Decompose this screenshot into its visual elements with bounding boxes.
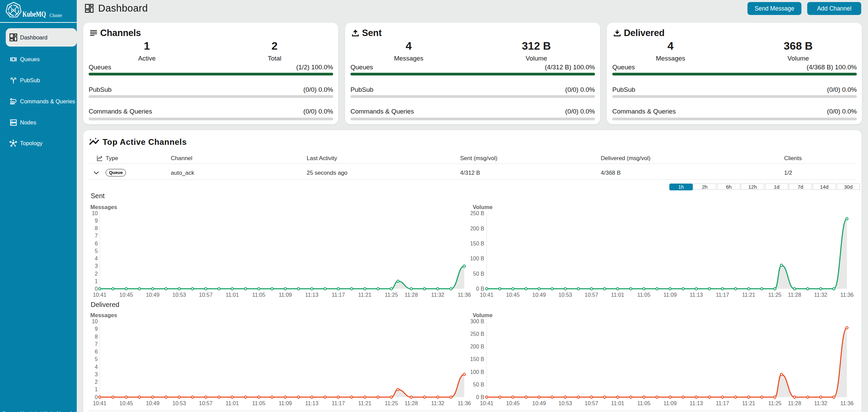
svg-text:300 B: 300 B xyxy=(471,319,484,324)
svg-text:0 B: 0 B xyxy=(476,394,484,400)
svg-text:10:49: 10:49 xyxy=(532,400,546,406)
svg-text:10:53: 10:53 xyxy=(558,400,572,406)
svg-text:11:01: 11:01 xyxy=(611,292,624,298)
svg-text:150 B: 150 B xyxy=(471,241,484,246)
svg-text:5: 5 xyxy=(95,248,98,254)
svg-text:11:25: 11:25 xyxy=(385,400,398,406)
svg-text:150 B: 150 B xyxy=(471,356,484,362)
svg-text:11:28: 11:28 xyxy=(405,400,418,406)
svg-text:11:17: 11:17 xyxy=(332,400,345,406)
svg-text:1: 1 xyxy=(95,387,98,392)
svg-text:2: 2 xyxy=(95,379,98,385)
svg-text:11:17: 11:17 xyxy=(716,400,729,406)
svg-text:11:09: 11:09 xyxy=(279,400,292,406)
svg-text:10:57: 10:57 xyxy=(585,292,598,298)
svg-text:3: 3 xyxy=(95,372,98,377)
svg-text:11:25: 11:25 xyxy=(768,400,781,406)
svg-text:10:49: 10:49 xyxy=(532,292,546,298)
svg-text:250 B: 250 B xyxy=(471,331,484,337)
svg-text:10: 10 xyxy=(92,210,98,216)
svg-text:11:09: 11:09 xyxy=(279,292,292,298)
svg-text:11:25: 11:25 xyxy=(385,292,398,298)
svg-text:4: 4 xyxy=(95,256,98,261)
svg-text:10: 10 xyxy=(92,319,98,324)
svg-text:11:36: 11:36 xyxy=(458,292,471,298)
svg-text:3: 3 xyxy=(95,263,98,269)
svg-text:6: 6 xyxy=(95,241,98,246)
svg-text:11:21: 11:21 xyxy=(742,400,755,406)
svg-text:10:53: 10:53 xyxy=(173,292,186,298)
svg-text:10:41: 10:41 xyxy=(93,400,106,406)
svg-text:11:01: 11:01 xyxy=(611,400,624,406)
svg-text:10:45: 10:45 xyxy=(506,400,520,406)
svg-text:11:13: 11:13 xyxy=(690,400,703,406)
svg-text:50 B: 50 B xyxy=(473,271,484,277)
svg-text:100 B: 100 B xyxy=(471,256,484,261)
svg-text:0 B: 0 B xyxy=(476,286,484,292)
svg-text:11:01: 11:01 xyxy=(225,292,239,298)
svg-text:10:45: 10:45 xyxy=(120,292,133,298)
svg-text:11:28: 11:28 xyxy=(788,400,801,406)
svg-text:5: 5 xyxy=(95,356,98,362)
svg-text:4: 4 xyxy=(95,364,98,370)
svg-text:1: 1 xyxy=(95,278,98,284)
svg-text:10:57: 10:57 xyxy=(199,400,213,406)
svg-text:7: 7 xyxy=(95,341,98,347)
svg-text:11:36: 11:36 xyxy=(840,292,854,298)
svg-text:11:05: 11:05 xyxy=(252,292,266,298)
svg-text:100 B: 100 B xyxy=(471,369,484,375)
svg-text:10:45: 10:45 xyxy=(120,400,133,406)
svg-text:11:32: 11:32 xyxy=(431,292,445,298)
svg-text:11:28: 11:28 xyxy=(405,292,418,298)
svg-text:10:57: 10:57 xyxy=(199,292,213,298)
svg-text:250 B: 250 B xyxy=(471,210,484,216)
svg-text:11:25: 11:25 xyxy=(768,292,781,298)
svg-text:11:32: 11:32 xyxy=(814,292,827,298)
svg-text:200 B: 200 B xyxy=(471,226,484,231)
svg-text:7: 7 xyxy=(95,233,98,239)
svg-text:10:41: 10:41 xyxy=(93,292,106,298)
svg-text:11:28: 11:28 xyxy=(788,292,801,298)
svg-text:11:21: 11:21 xyxy=(358,292,372,298)
svg-text:10:41: 10:41 xyxy=(480,400,493,406)
svg-text:11:05: 11:05 xyxy=(637,400,651,406)
svg-text:11:09: 11:09 xyxy=(664,400,677,406)
svg-text:11:32: 11:32 xyxy=(814,400,827,406)
svg-text:11:09: 11:09 xyxy=(664,292,677,298)
svg-text:11:05: 11:05 xyxy=(637,292,651,298)
svg-text:10:53: 10:53 xyxy=(173,400,186,406)
svg-text:11:21: 11:21 xyxy=(742,292,755,298)
svg-text:11:05: 11:05 xyxy=(252,400,266,406)
svg-text:9: 9 xyxy=(95,326,98,332)
svg-text:11:21: 11:21 xyxy=(358,400,372,406)
svg-text:2: 2 xyxy=(95,271,98,277)
svg-text:10:49: 10:49 xyxy=(146,292,160,298)
svg-text:11:17: 11:17 xyxy=(332,292,345,298)
svg-text:200 B: 200 B xyxy=(471,344,484,349)
svg-text:9: 9 xyxy=(95,218,98,224)
svg-text:11:32: 11:32 xyxy=(431,400,445,406)
svg-text:10:49: 10:49 xyxy=(146,400,160,406)
svg-text:8: 8 xyxy=(95,334,98,340)
svg-text:6: 6 xyxy=(95,349,98,355)
svg-text:11:01: 11:01 xyxy=(225,400,239,406)
svg-text:11:13: 11:13 xyxy=(690,292,703,298)
svg-text:11:13: 11:13 xyxy=(305,400,319,406)
svg-text:0: 0 xyxy=(95,286,98,292)
svg-text:0: 0 xyxy=(95,394,98,400)
svg-text:11:13: 11:13 xyxy=(305,292,319,298)
svg-text:11:36: 11:36 xyxy=(458,400,471,406)
svg-text:50 B: 50 B xyxy=(473,382,484,388)
svg-text:11:17: 11:17 xyxy=(716,292,729,298)
svg-text:11:36: 11:36 xyxy=(840,400,854,406)
svg-text:10:53: 10:53 xyxy=(558,292,572,298)
svg-text:10:57: 10:57 xyxy=(585,400,598,406)
svg-text:8: 8 xyxy=(95,225,98,231)
svg-text:10:45: 10:45 xyxy=(506,292,520,298)
svg-text:10:41: 10:41 xyxy=(480,292,493,298)
